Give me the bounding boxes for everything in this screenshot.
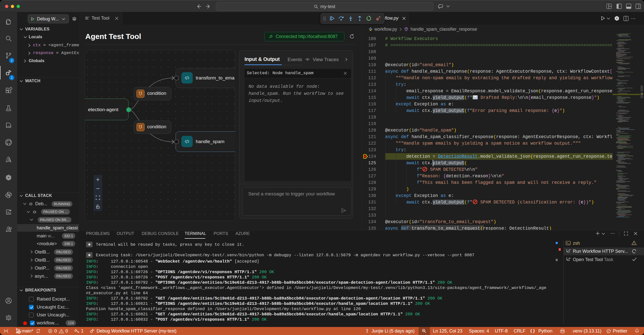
svg-text:LOG: LOG <box>6 125 11 128</box>
